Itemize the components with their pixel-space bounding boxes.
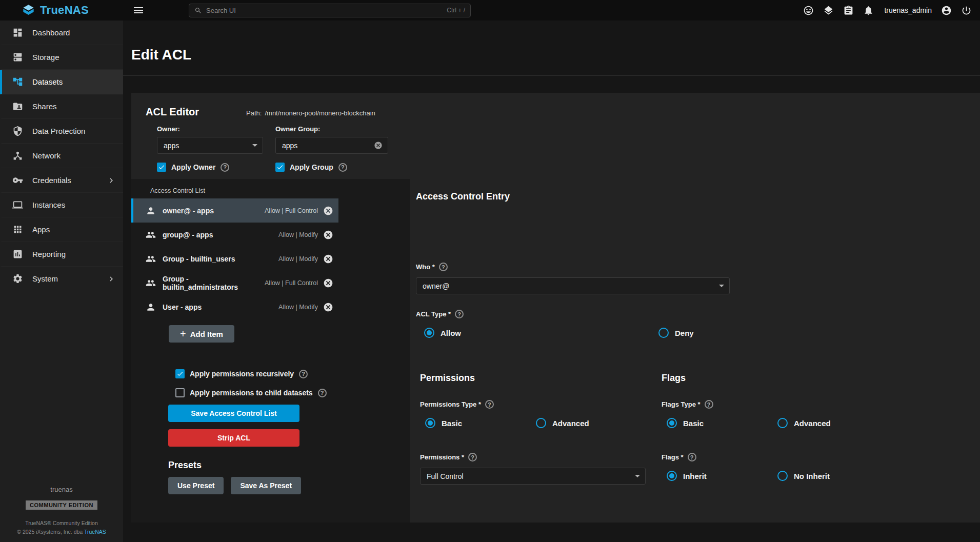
gear-icon xyxy=(12,273,23,284)
acl-entry-row[interactable]: owner@ - apps Allow | Full Control xyxy=(131,198,338,223)
permissions-label-text: Permissions * xyxy=(420,453,464,461)
permissions-type-label: Permissions Type * ? xyxy=(420,400,662,409)
recursive-checkbox-row[interactable]: Apply permissions recursively ? xyxy=(175,369,410,378)
sidebar: Dashboard Storage Datasets Shares Data P… xyxy=(0,21,123,542)
owner-select-value: apps xyxy=(164,142,179,150)
help-icon[interactable]: ? xyxy=(318,389,327,397)
radio-deny[interactable]: Deny xyxy=(658,328,694,338)
acl-editor-title: ACL Editor xyxy=(146,106,199,118)
tasks-clipboard-icon[interactable] xyxy=(843,5,854,16)
flags-field-label: Flags * ? xyxy=(662,453,903,461)
search-box[interactable]: Ctrl + / xyxy=(189,4,471,17)
copyright-line: © 2025 iXsystems, Inc. dba TrueNAS xyxy=(0,528,123,536)
key-icon xyxy=(12,175,23,186)
topbar: TrueNAS Ctrl + / truenas_admin xyxy=(0,0,980,21)
flags-inherit-radio-group: Inherit No Inherit xyxy=(662,471,903,481)
add-item-button[interactable]: + Add Item xyxy=(169,325,234,343)
dataset-path: Path: /mnt/monero-pool/monero-blockchain xyxy=(246,109,375,117)
help-icon[interactable]: ? xyxy=(485,400,494,409)
group-icon xyxy=(146,230,156,240)
help-icon[interactable]: ? xyxy=(468,453,477,461)
acl-entry-row[interactable]: group@ - apps Allow | Modify xyxy=(131,223,338,247)
truenas-link[interactable]: TrueNAS xyxy=(84,529,106,535)
radio-permissions-basic[interactable]: Basic xyxy=(425,418,536,428)
logged-in-username[interactable]: truenas_admin xyxy=(884,6,932,14)
child-datasets-checkbox-row[interactable]: Apply permissions to child datasets ? xyxy=(175,388,410,397)
sidebar-item-dashboard[interactable]: Dashboard xyxy=(0,21,123,45)
sidebar-item-reporting[interactable]: Reporting xyxy=(0,242,123,267)
help-icon[interactable]: ? xyxy=(688,453,696,461)
radio-flags-basic[interactable]: Basic xyxy=(667,418,777,428)
flags-type-radio-group: Basic Advanced xyxy=(662,418,903,428)
sidebar-item-data-protection[interactable]: Data Protection xyxy=(0,119,123,144)
child-datasets-checkbox[interactable] xyxy=(175,388,185,397)
owner-field-group: Owner: apps Apply Owner ? xyxy=(157,125,263,172)
flags-label-text: Flags * xyxy=(662,453,684,461)
acl-columns: Access Control List owner@ - apps Allow … xyxy=(131,179,980,523)
computer-icon xyxy=(12,199,23,210)
apply-group-checkbox-row[interactable]: Apply Group ? xyxy=(275,163,388,172)
edition-badge[interactable]: COMMUNITY EDITION xyxy=(26,500,97,510)
clear-input-icon[interactable] xyxy=(374,141,383,150)
apply-group-checkbox[interactable] xyxy=(275,163,285,172)
radio-flags-advanced[interactable]: Advanced xyxy=(777,418,888,428)
path-label: Path: xyxy=(246,109,262,117)
save-acl-button[interactable]: Save Access Control List xyxy=(168,405,299,422)
radio-permissions-advanced[interactable]: Advanced xyxy=(536,418,647,428)
sidebar-item-network[interactable]: Network xyxy=(0,144,123,168)
sidebar-item-shares[interactable]: Shares xyxy=(0,94,123,119)
search-input[interactable] xyxy=(206,7,443,14)
sidebar-footer: truenas COMMUNITY EDITION TrueNAS® Commu… xyxy=(0,486,123,542)
sidebar-item-apps[interactable]: Apps xyxy=(0,217,123,242)
preset-buttons-row: Use Preset Save As Preset xyxy=(168,477,410,494)
alerts-bell-icon[interactable] xyxy=(863,5,874,16)
sidebar-item-label: Shares xyxy=(32,102,57,111)
acl-list-title: Access Control List xyxy=(150,187,410,194)
delete-entry-icon[interactable] xyxy=(323,230,333,240)
sidebar-item-storage[interactable]: Storage xyxy=(0,45,123,70)
use-preset-button[interactable]: Use Preset xyxy=(168,477,224,494)
delete-entry-icon[interactable] xyxy=(323,302,333,312)
delete-entry-icon[interactable] xyxy=(323,254,333,264)
sidebar-item-label: System xyxy=(32,274,58,283)
apply-owner-checkbox-row[interactable]: Apply Owner ? xyxy=(157,163,263,172)
delete-entry-icon[interactable] xyxy=(323,206,333,216)
title-divider xyxy=(123,75,980,76)
page-title: Edit ACL xyxy=(131,47,980,63)
owner-group-select[interactable]: apps xyxy=(275,137,388,154)
radio-no-inherit[interactable]: No Inherit xyxy=(777,471,888,481)
sidebar-item-datasets[interactable]: Datasets xyxy=(0,70,123,94)
permissions-select[interactable]: Full Control xyxy=(420,468,646,485)
jobs-layers-icon[interactable] xyxy=(823,5,834,16)
delete-entry-icon[interactable] xyxy=(323,278,333,288)
recursive-checkbox[interactable] xyxy=(175,369,185,378)
save-as-preset-button[interactable]: Save As Preset xyxy=(231,477,301,494)
acl-entry-row[interactable]: Group - builtin_administrators Allow | F… xyxy=(131,271,338,295)
sidebar-item-system[interactable]: System xyxy=(0,267,123,291)
owner-select[interactable]: apps xyxy=(157,137,263,154)
help-icon[interactable]: ? xyxy=(299,370,308,378)
owner-fields-row: Owner: apps Apply Owner ? xyxy=(131,125,980,172)
acl-entry-row[interactable]: User - apps Allow | Modify xyxy=(131,295,338,319)
help-icon[interactable]: ? xyxy=(221,163,229,172)
apply-owner-checkbox[interactable] xyxy=(157,163,166,172)
power-icon[interactable] xyxy=(961,5,972,16)
menu-toggle-button[interactable] xyxy=(132,4,145,16)
help-icon[interactable]: ? xyxy=(705,400,713,409)
check-icon xyxy=(276,164,284,171)
radio-allow[interactable]: Allow xyxy=(424,328,658,338)
sidebar-item-credentials[interactable]: Credentials xyxy=(0,168,123,193)
strip-acl-button[interactable]: Strip ACL xyxy=(168,429,299,447)
acl-entry-row[interactable]: Group - builtin_users Allow | Modify xyxy=(131,247,338,271)
radio-unselected-icon xyxy=(777,471,788,481)
feedback-smiley-icon[interactable] xyxy=(803,5,814,16)
who-select[interactable]: owner@ xyxy=(416,277,730,294)
help-icon[interactable]: ? xyxy=(439,263,448,271)
help-icon[interactable]: ? xyxy=(455,310,464,318)
ace-title: Access Control Entry xyxy=(416,191,980,202)
sidebar-item-instances[interactable]: Instances xyxy=(0,193,123,217)
user-avatar-icon[interactable] xyxy=(941,5,952,16)
truenas-logo[interactable]: TrueNAS xyxy=(0,4,123,17)
help-icon[interactable]: ? xyxy=(338,163,347,172)
radio-inherit[interactable]: Inherit xyxy=(667,471,777,481)
